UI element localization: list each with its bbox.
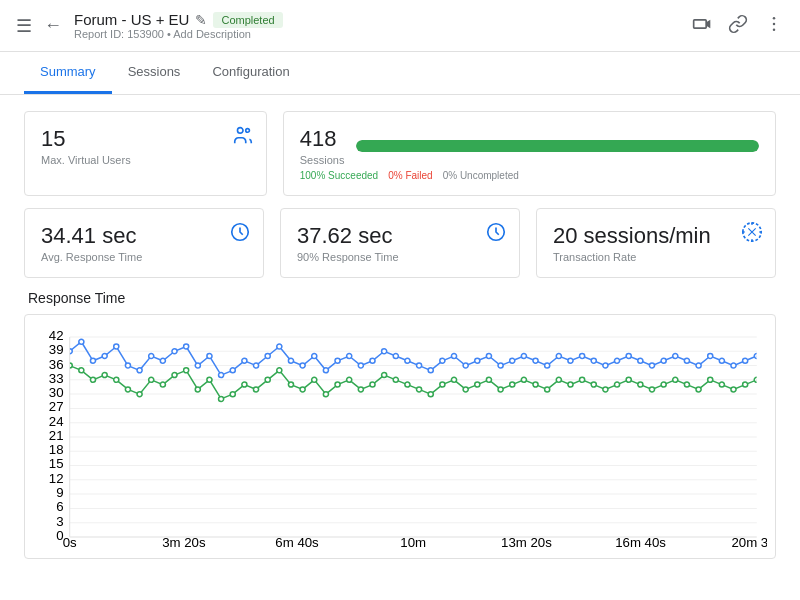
svg-point-154: [603, 387, 608, 392]
svg-point-88: [533, 358, 538, 363]
svg-point-118: [184, 368, 189, 373]
metrics-row-2: 34.41 sec Avg. Response Time 37.62 sec 9…: [24, 208, 776, 278]
svg-point-51: [102, 354, 107, 359]
p90-response-label: 90% Response Time: [297, 251, 503, 263]
chart-section: Response Time: [24, 290, 776, 559]
sessions-progress-bar: [356, 140, 759, 152]
avg-response-card: 34.41 sec Avg. Response Time: [24, 208, 264, 278]
svg-point-62: [230, 368, 235, 373]
status-badge: Completed: [213, 12, 282, 28]
svg-point-50: [90, 358, 95, 363]
menu-icon[interactable]: ☰: [16, 15, 32, 37]
svg-point-120: [207, 377, 212, 382]
svg-point-69: [312, 354, 317, 359]
svg-point-114: [137, 392, 142, 397]
more-icon[interactable]: [764, 14, 784, 38]
svg-point-161: [684, 382, 689, 387]
svg-point-55: [149, 354, 154, 359]
svg-point-2: [773, 16, 776, 19]
svg-point-134: [370, 382, 375, 387]
sessions-label: Sessions: [300, 154, 345, 166]
chart-container: 42 39 36 33 30 27 24 21 18 15 12 9 6 3 0…: [24, 314, 776, 559]
back-icon[interactable]: ←: [44, 15, 62, 36]
failed-stat: 0% Failed: [388, 170, 432, 181]
edit-icon[interactable]: ✎: [195, 12, 207, 28]
svg-text:27: 27: [49, 399, 64, 414]
svg-point-92: [580, 354, 585, 359]
title-section: Forum - US + EU ✎ Completed Report ID: 1…: [74, 11, 283, 40]
svg-point-146: [510, 382, 515, 387]
svg-point-138: [417, 387, 422, 392]
svg-point-113: [125, 387, 130, 392]
svg-point-166: [743, 382, 748, 387]
svg-point-58: [184, 344, 189, 349]
svg-point-89: [545, 363, 550, 368]
virtual-users-card: 15 Max. Virtual Users: [24, 111, 267, 196]
svg-point-79: [428, 368, 433, 373]
svg-point-71: [335, 358, 340, 363]
svg-point-84: [486, 354, 491, 359]
svg-text:18: 18: [49, 442, 64, 457]
svg-point-136: [393, 377, 398, 382]
report-subtitle: Report ID: 153900 • Add Description: [74, 28, 283, 40]
video-icon[interactable]: [692, 14, 712, 38]
svg-text:39: 39: [49, 342, 64, 357]
svg-text:13m 20s: 13m 20s: [501, 535, 552, 547]
main-content: 15 Max. Virtual Users 418 Sessions: [0, 95, 800, 599]
svg-point-127: [288, 382, 293, 387]
users-icon: [232, 124, 254, 151]
svg-text:6m 40s: 6m 40s: [275, 535, 319, 547]
title-row: Forum - US + EU ✎ Completed: [74, 11, 283, 28]
svg-point-141: [451, 377, 456, 382]
svg-point-68: [300, 363, 305, 368]
svg-point-149: [545, 387, 550, 392]
svg-point-135: [382, 373, 387, 378]
svg-text:21: 21: [49, 428, 64, 443]
svg-point-100: [673, 354, 678, 359]
tab-summary[interactable]: Summary: [24, 52, 112, 94]
svg-point-125: [265, 377, 270, 382]
svg-point-4: [773, 28, 776, 31]
transaction-rate-label: Transaction Rate: [553, 251, 759, 263]
uncompleted-stat: 0% Uncompleted: [443, 170, 519, 181]
p90-response-value: 37.62 sec: [297, 223, 503, 249]
svg-point-150: [556, 377, 561, 382]
svg-point-53: [125, 363, 130, 368]
svg-point-98: [649, 363, 654, 368]
svg-point-73: [358, 363, 363, 368]
svg-rect-0: [694, 19, 707, 27]
svg-text:9: 9: [56, 485, 63, 500]
svg-text:3m 20s: 3m 20s: [162, 535, 206, 547]
svg-point-160: [673, 377, 678, 382]
tab-bar: Summary Sessions Configuration: [0, 52, 800, 95]
link-icon[interactable]: [728, 14, 748, 38]
svg-text:15: 15: [49, 456, 64, 471]
svg-point-57: [172, 349, 177, 354]
tab-configuration[interactable]: Configuration: [196, 52, 305, 94]
succeeded-stat: 100% Succeeded: [300, 170, 378, 181]
metrics-row-1: 15 Max. Virtual Users 418 Sessions: [24, 111, 776, 196]
p90-response-icon: [485, 221, 507, 248]
svg-point-94: [603, 363, 608, 368]
svg-point-86: [510, 358, 515, 363]
svg-point-85: [498, 363, 503, 368]
tab-sessions[interactable]: Sessions: [112, 52, 197, 94]
svg-text:3: 3: [56, 514, 63, 529]
svg-point-75: [382, 349, 387, 354]
svg-point-64: [253, 363, 258, 368]
svg-point-72: [347, 354, 352, 359]
svg-point-126: [277, 368, 282, 373]
svg-point-60: [207, 354, 212, 359]
svg-point-77: [405, 358, 410, 363]
avg-response-value: 34.41 sec: [41, 223, 247, 249]
svg-point-164: [719, 382, 724, 387]
svg-point-106: [743, 358, 748, 363]
sessions-card: 418 Sessions 100% Succeeded 0% Failed 0: [283, 111, 776, 196]
svg-point-105: [731, 363, 736, 368]
svg-point-99: [661, 358, 666, 363]
svg-text:6: 6: [56, 499, 63, 514]
svg-point-111: [102, 373, 107, 378]
svg-point-132: [347, 377, 352, 382]
svg-point-155: [615, 382, 620, 387]
svg-point-6: [246, 129, 250, 133]
